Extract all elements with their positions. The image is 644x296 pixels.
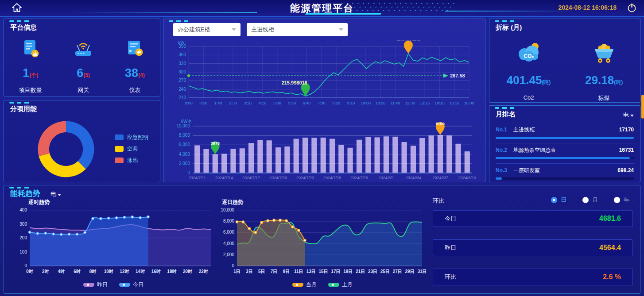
svg-text:390: 390 xyxy=(178,44,186,49)
svg-text:16:00: 16:00 xyxy=(464,101,474,105)
today-value: 4681.6 xyxy=(599,215,621,223)
svg-text:400: 400 xyxy=(19,208,27,212)
sub-energy-donut-chart xyxy=(36,119,96,179)
ranking-energy-type-dropdown[interactable]: 电 xyxy=(623,111,634,119)
svg-text:2024/8/1: 2024/8/1 xyxy=(378,176,394,180)
period-radio-group: 日 月 年 xyxy=(551,196,629,204)
platform-info-title: 平台信息 xyxy=(4,19,160,32)
scrollbar-thumb[interactable] xyxy=(641,95,644,119)
sub-energy-panel: 分项用能 应急照明 空调 泳池 xyxy=(4,100,160,182)
svg-text:6,000: 6,000 xyxy=(179,142,190,147)
trend-energy-type-dropdown[interactable]: 电 xyxy=(50,190,61,198)
svg-text:6,000: 6,000 xyxy=(223,230,234,234)
svg-text:10:50: 10:50 xyxy=(376,101,386,105)
legend-item[interactable]: 空调 xyxy=(115,145,148,153)
power-line-chart: kW2102402703003303603900:000:501:402:303… xyxy=(168,40,480,115)
chevron-down-icon xyxy=(630,115,634,117)
stat-value: 38(4) xyxy=(124,66,145,80)
svg-text:6:40: 6:40 xyxy=(303,101,311,105)
svg-text:100: 100 xyxy=(19,250,27,254)
platform-stats: 1(个) 项目数量 6(5) 网关 xyxy=(4,39,160,94)
conversion-title: 折标 (月) xyxy=(489,19,640,32)
svg-text:287.58: 287.58 xyxy=(450,73,465,78)
ranking-row[interactable]: No.3一层研发室698.24 xyxy=(496,164,634,180)
svg-text:2024/7/23: 2024/7/23 xyxy=(296,176,314,180)
svg-text:10,000: 10,000 xyxy=(176,123,190,128)
svg-text:8:20: 8:20 xyxy=(332,101,340,105)
legend-item[interactable]: 昨日 xyxy=(83,281,108,288)
ranking-row[interactable]: No.1主进线柜17170 xyxy=(496,123,634,143)
svg-text:7日: 7日 xyxy=(271,269,278,274)
header-bar: 能源管理平台 2024-08-12 16:06:18 xyxy=(0,0,644,17)
stat-meters: 38(4) 仪表 xyxy=(124,39,145,94)
chevron-down-icon xyxy=(232,28,236,31)
svg-text:5:00: 5:00 xyxy=(273,101,281,105)
stat-projects: 1(个) 项目数量 xyxy=(19,39,42,94)
ranking-bar-track xyxy=(496,137,634,139)
legend-item[interactable]: 上月 xyxy=(328,281,353,288)
hourly-legend: 昨日 今日 xyxy=(9,281,217,288)
coal-cart-icon xyxy=(590,58,619,66)
svg-text:17日: 17日 xyxy=(331,269,340,274)
svg-text:22时: 22时 xyxy=(199,269,208,274)
ranking-title: 月排名 xyxy=(489,106,640,119)
svg-text:CO₂: CO₂ xyxy=(524,53,534,59)
co2-cloud-icon: CO₂ xyxy=(514,58,543,66)
daily-energy-bar-chart: kW·h02,0004,0006,0008,00010,0002024/7/11… xyxy=(168,118,480,185)
stat-label: 仪表 xyxy=(124,86,145,94)
daily-trend-chart: 02,0004,0006,0008,00010,0001日3日5日7日9日11日… xyxy=(217,205,428,279)
svg-text:7:30: 7:30 xyxy=(318,101,326,105)
building-select[interactable]: 办公建筑E楼 xyxy=(173,23,241,36)
svg-text:8,000: 8,000 xyxy=(179,133,190,138)
svg-text:2:30: 2:30 xyxy=(229,101,237,105)
svg-text:11日: 11日 xyxy=(294,269,303,274)
svg-text:5:50: 5:50 xyxy=(288,101,296,105)
radio-month[interactable]: 月 xyxy=(582,196,598,204)
svg-text:0: 0 xyxy=(232,263,234,268)
ranking-row[interactable]: No.2地源热泵空调总表16731 xyxy=(496,143,634,164)
svg-text:10:00: 10:00 xyxy=(361,101,371,105)
svg-text:14时: 14时 xyxy=(136,269,145,274)
huanbi-row-today: 今日 4681.6 xyxy=(433,210,633,227)
huanbi-label: 环比 xyxy=(433,197,444,205)
legend-item[interactable]: 应急照明 xyxy=(115,134,148,141)
radio-year[interactable]: 年 xyxy=(614,196,629,204)
svg-text:8100: 8100 xyxy=(436,122,445,126)
power-icon[interactable] xyxy=(627,3,637,15)
coal-item: 29.18(吨) 标煤 xyxy=(585,41,623,102)
svg-text:13:25: 13:25 xyxy=(420,101,430,105)
svg-text:8时: 8时 xyxy=(89,269,97,274)
svg-text:6时: 6时 xyxy=(74,269,81,274)
daily-legend: 当月 上月 xyxy=(217,281,428,288)
conversion-panel: 折标 (月) CO₂ 401.45(吨) Co2 xyxy=(489,19,640,103)
svg-text:360: 360 xyxy=(178,52,186,57)
legend-item[interactable]: 泳池 xyxy=(115,157,148,164)
radio-icon xyxy=(551,197,557,203)
svg-text:14:15: 14:15 xyxy=(435,101,445,105)
meter-select[interactable]: 主进线柜 xyxy=(247,23,348,36)
svg-text:1日: 1日 xyxy=(233,269,241,274)
svg-text:200: 200 xyxy=(19,235,27,240)
legend-swatch xyxy=(328,283,339,287)
center-chart-panel: 办公建筑E楼 主进线柜 kW2102402703003303603900:000… xyxy=(163,19,485,182)
svg-text:25日: 25日 xyxy=(380,269,390,274)
coal-value: 29.18(吨) xyxy=(585,73,623,87)
ranking-bar-fill xyxy=(496,177,502,180)
gateway-icon xyxy=(72,52,95,60)
svg-text:29日: 29日 xyxy=(405,269,415,274)
svg-text:240: 240 xyxy=(178,87,186,92)
svg-text:15日: 15日 xyxy=(319,269,328,274)
legend-item[interactable]: 当月 xyxy=(292,281,317,288)
radio-day[interactable]: 日 xyxy=(551,196,566,204)
svg-text:16时: 16时 xyxy=(151,269,161,274)
svg-text:27日: 27日 xyxy=(393,269,402,274)
stat-gateways: 6(5) 网关 xyxy=(72,39,95,94)
energy-dashboard: 能源管理平台 2024-08-12 16:06:18 平台信息 1(个) 项目数… xyxy=(0,0,644,296)
ranking-bar-track xyxy=(496,157,634,159)
page-title: 能源管理平台 xyxy=(0,2,644,15)
svg-text:0: 0 xyxy=(187,170,190,175)
radio-icon xyxy=(614,197,620,203)
legend-item[interactable]: 今日 xyxy=(119,281,144,288)
svg-text:10时: 10时 xyxy=(104,269,113,274)
svg-text:9:10: 9:10 xyxy=(347,101,355,105)
